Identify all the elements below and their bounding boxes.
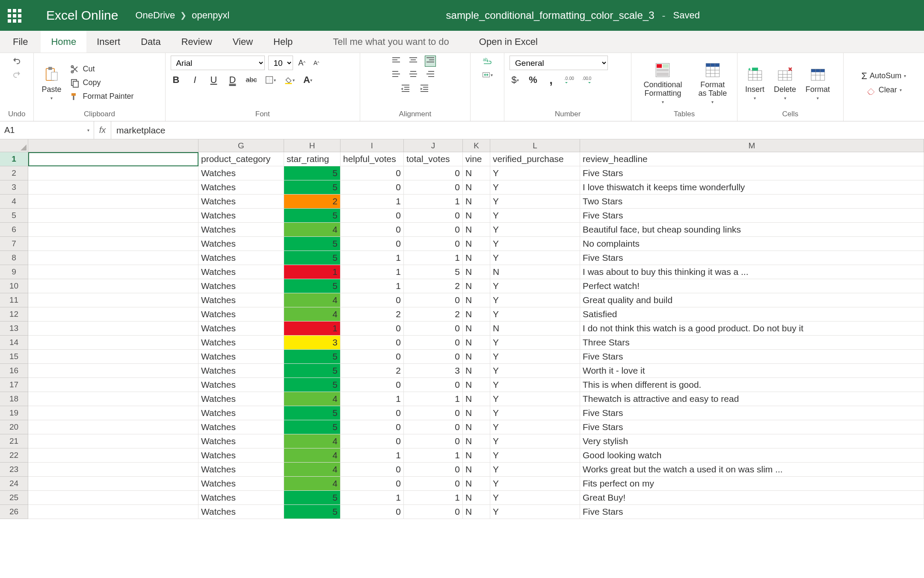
- cell[interactable]: Y: [490, 406, 580, 420]
- cell[interactable]: Works great but the watch a used it on w…: [580, 463, 924, 477]
- cell[interactable]: 0: [341, 350, 404, 364]
- cell[interactable]: [28, 434, 198, 448]
- cell[interactable]: 0: [341, 321, 404, 336]
- row-header[interactable]: 8: [0, 251, 28, 265]
- cell[interactable]: 5: [284, 491, 341, 505]
- column-header-L[interactable]: L: [490, 139, 580, 152]
- decrease-decimal-button[interactable]: .00.0: [581, 74, 592, 86]
- cell[interactable]: review_headline: [580, 152, 924, 166]
- align-top-left-button[interactable]: [391, 56, 402, 67]
- cell[interactable]: 0: [404, 223, 463, 237]
- align-left-button[interactable]: [391, 68, 402, 80]
- cell[interactable]: Watches: [198, 307, 284, 321]
- cell[interactable]: 5: [284, 166, 341, 180]
- cell[interactable]: Y: [490, 180, 580, 195]
- cell[interactable]: 1: [341, 448, 404, 463]
- cell[interactable]: 5: [284, 364, 341, 378]
- cell[interactable]: product_category: [198, 152, 284, 166]
- cell[interactable]: 1: [341, 279, 404, 293]
- insert-cells-button[interactable]: Insert▾: [743, 65, 767, 101]
- cell[interactable]: vine: [463, 152, 490, 166]
- row-header[interactable]: 23: [0, 463, 28, 477]
- align-top-right-button[interactable]: [425, 56, 436, 67]
- cell[interactable]: 5: [284, 378, 341, 392]
- cell[interactable]: Y: [490, 223, 580, 237]
- number-format-select[interactable]: General: [509, 56, 608, 70]
- borders-button[interactable]: ▾: [265, 74, 276, 86]
- document-title[interactable]: sample_conditional_formatting_color_scal…: [446, 9, 654, 21]
- cell[interactable]: Y: [490, 434, 580, 448]
- cell[interactable]: Y: [490, 195, 580, 209]
- row-header[interactable]: 5: [0, 209, 28, 223]
- cell[interactable]: Watches: [198, 364, 284, 378]
- cell[interactable]: N: [463, 209, 490, 223]
- font-size-select[interactable]: 10: [268, 56, 293, 70]
- cell[interactable]: Watches: [198, 434, 284, 448]
- cell[interactable]: N: [463, 505, 490, 519]
- row-header[interactable]: 25: [0, 491, 28, 505]
- cell[interactable]: N: [463, 392, 490, 406]
- cell[interactable]: Watches: [198, 378, 284, 392]
- tab-view[interactable]: View: [222, 31, 263, 53]
- cell[interactable]: Watches: [198, 505, 284, 519]
- redo-button[interactable]: [11, 69, 22, 80]
- cell[interactable]: Watches: [198, 477, 284, 491]
- increase-decimal-button[interactable]: .0.00: [563, 74, 575, 86]
- cell[interactable]: Five Stars: [580, 251, 924, 265]
- row-header[interactable]: 17: [0, 378, 28, 392]
- cell[interactable]: Watches: [198, 350, 284, 364]
- cell[interactable]: Watches: [198, 321, 284, 336]
- cell[interactable]: Watches: [198, 463, 284, 477]
- cell[interactable]: [28, 251, 198, 265]
- cell[interactable]: Y: [490, 448, 580, 463]
- cell[interactable]: 3: [404, 364, 463, 378]
- fx-label[interactable]: fx: [94, 121, 111, 139]
- cell[interactable]: 0: [404, 420, 463, 434]
- cell[interactable]: 0: [341, 166, 404, 180]
- tab-home[interactable]: Home: [41, 31, 86, 53]
- cell[interactable]: 5: [284, 350, 341, 364]
- cell[interactable]: 0: [404, 477, 463, 491]
- cell[interactable]: 0: [404, 463, 463, 477]
- cell[interactable]: N: [463, 251, 490, 265]
- underline-button[interactable]: U: [208, 74, 219, 86]
- cell[interactable]: N: [463, 293, 490, 307]
- wrap-text-button[interactable]: ab: [482, 56, 493, 67]
- cell[interactable]: 1: [284, 321, 341, 336]
- cell[interactable]: 5: [284, 209, 341, 223]
- cut-button[interactable]: Cut: [68, 63, 135, 75]
- row-header[interactable]: 20: [0, 420, 28, 434]
- cell[interactable]: Great Buy!: [580, 491, 924, 505]
- cell[interactable]: 5: [404, 265, 463, 279]
- paste-button[interactable]: Paste ▾: [39, 65, 64, 101]
- column-header-M[interactable]: M: [580, 139, 924, 152]
- fill-color-button[interactable]: ▾: [284, 74, 295, 86]
- cell[interactable]: Five Stars: [580, 166, 924, 180]
- cell[interactable]: [28, 279, 198, 293]
- cell[interactable]: N: [463, 448, 490, 463]
- cell[interactable]: N: [463, 420, 490, 434]
- cell[interactable]: Watches: [198, 420, 284, 434]
- cell[interactable]: Y: [490, 166, 580, 180]
- tell-me-search[interactable]: Tell me what you want to do: [333, 31, 449, 53]
- cell[interactable]: Five Stars: [580, 209, 924, 223]
- format-painter-button[interactable]: Format Painter: [68, 91, 135, 103]
- cell[interactable]: 4: [284, 463, 341, 477]
- cell[interactable]: Y: [490, 392, 580, 406]
- app-launcher-icon[interactable]: [8, 9, 21, 22]
- column-header-H[interactable]: H: [284, 139, 341, 152]
- cell[interactable]: [28, 364, 198, 378]
- cell[interactable]: Y: [490, 307, 580, 321]
- font-name-select[interactable]: Arial: [171, 56, 265, 70]
- cell[interactable]: 0: [341, 406, 404, 420]
- format-cells-button[interactable]: Format▾: [803, 65, 832, 101]
- cell[interactable]: 2: [284, 195, 341, 209]
- cell[interactable]: Watches: [198, 406, 284, 420]
- tab-file[interactable]: File: [0, 31, 41, 53]
- open-in-excel-button[interactable]: Open in Excel: [479, 31, 538, 53]
- cell[interactable]: Y: [490, 336, 580, 350]
- cell[interactable]: [28, 307, 198, 321]
- column-header-blank[interactable]: [28, 139, 198, 152]
- cell[interactable]: 4: [284, 477, 341, 491]
- delete-cells-button[interactable]: Delete▾: [771, 65, 799, 101]
